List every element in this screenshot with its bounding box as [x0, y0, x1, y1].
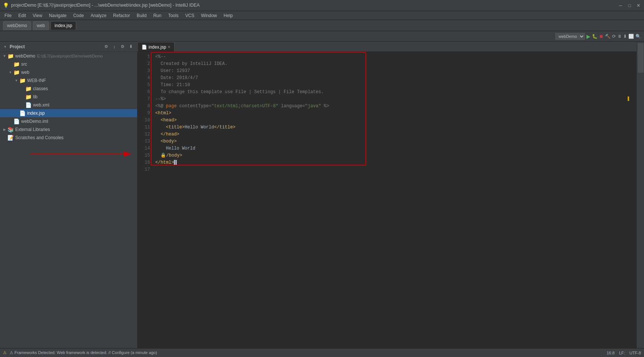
code-line-5: Time: 21:10 [152, 82, 637, 89]
tree-item-scratches[interactable]: 📝 Scratches and Consoles [0, 134, 137, 142]
status-bar: ⚠ ⚠ Frameworks Detected: Web framework i… [0, 348, 644, 357]
tree-item-external-libs[interactable]: ▶ 📚 External Libraries [0, 125, 137, 134]
lib-icon-external: 📚 [7, 127, 14, 132]
code-line-8: <%@ page contentType="text/html;charset=… [152, 103, 637, 110]
tree-label-webxml: web.xml [33, 102, 49, 108]
run-button[interactable]: ▶ [586, 33, 591, 39]
run-toolbar: webDemo ▶ 🐛 ⏹ 🔨 ⟳ ⏸ ⬇ ⬜ 🔍 [0, 31, 644, 42]
line-numbers: 1 2 3 4 5 6 7 8 9 10 11 12 13 14 15 16 1… [137, 52, 152, 348]
folder-icon-lib: 📁 [25, 94, 32, 100]
encoding: UTF-8 [630, 351, 641, 355]
tree-item-webdemoiml[interactable]: 📄 webDemo.iml [0, 117, 137, 125]
menu-item-edit[interactable]: Edit [15, 12, 29, 19]
pause-button[interactable]: ⏸ [617, 34, 622, 39]
editor-area: 📄 index.jsp ✕ 1 2 3 4 5 6 7 8 9 10 [137, 42, 637, 348]
code-line-2: Created by IntelliJ IDEA. [152, 60, 637, 68]
menu-item-help[interactable]: Help [221, 12, 236, 19]
debug-button[interactable]: 🐛 [592, 34, 598, 39]
code-line-17 [152, 166, 637, 173]
editor-tabs: 📄 index.jsp ✕ [137, 42, 637, 52]
nav-tab-index-jsp[interactable]: index.jsp [51, 21, 76, 30]
tab-close-indexjsp[interactable]: ✕ [167, 45, 170, 49]
code-line-6: To change this template use File | Setti… [152, 89, 637, 96]
menu-item-navigate[interactable]: Navigate [46, 12, 69, 19]
file-icon-webdemoiml: 📄 [13, 118, 20, 124]
search-header-icon[interactable]: 🔍 [635, 34, 641, 39]
code-line-14: Hello World [152, 145, 637, 152]
expand-arrow-webxml [20, 103, 25, 107]
tab-icon-indexjsp: 📄 [142, 45, 147, 50]
maximize-button[interactable]: □ [627, 3, 632, 8]
code-editor[interactable]: 1 2 3 4 5 6 7 8 9 10 11 12 13 14 15 16 1… [137, 52, 637, 348]
menu-bar: FileEditViewNavigateCodeAnalyzeRefactorB… [0, 11, 644, 20]
tree-label-web: web [21, 70, 29, 75]
sync-icon[interactable]: ⚙ [103, 43, 110, 50]
status-bar-right: 16:8 LF: UTF-8 [607, 351, 641, 355]
tree-item-classes[interactable]: 📁 classes [0, 85, 137, 93]
minimize-button[interactable]: ─ [618, 3, 623, 8]
collapse-icon[interactable]: ⬇ [127, 43, 134, 50]
expand-arrow-webdemo: ▼ [2, 54, 7, 58]
expand-arrow-external: ▶ [2, 128, 7, 131]
title-bar-left: 💡 projectDemo [E:\练习\java\projectDemo] -… [3, 2, 200, 9]
menu-item-code[interactable]: Code [70, 12, 87, 19]
sidebar: ▼ Project ⚙ ↕ ⚙ ⬇ ▼ 📁 webDemo E:\练习\java… [0, 42, 137, 348]
menu-item-refactor[interactable]: Refactor [110, 12, 133, 19]
tree-item-indexjsp[interactable]: 📄 index.jsp [0, 109, 137, 117]
deploy-button[interactable]: ⬇ [623, 34, 627, 39]
tree-item-webxml[interactable]: 📄 web.xml [0, 101, 137, 109]
nav-bar: webDemowebindex.jsp [0, 20, 644, 31]
warning-icon: ⚠ [3, 350, 7, 355]
tree-item-web[interactable]: ▼ 📁 web [0, 68, 137, 76]
menu-item-window[interactable]: Window [198, 12, 220, 19]
menu-item-file[interactable]: File [1, 12, 14, 19]
tree-item-webinf[interactable]: ▼ 📁 WEB-INF [0, 76, 137, 85]
refresh-button[interactable]: ⟳ [612, 34, 616, 39]
tree-label-scratches: Scratches and Consoles [15, 135, 64, 140]
folder-icon-classes: 📁 [25, 86, 32, 92]
code-line-7: --%> [152, 96, 637, 103]
tree-label-src: src [21, 62, 27, 67]
expand-arrow-lib [20, 95, 25, 99]
expand-arrow-scratches [2, 136, 7, 140]
tree-item-src[interactable]: 📁 src [0, 60, 137, 68]
menu-item-build[interactable]: Build [134, 12, 150, 19]
expand-arrow-web: ▼ [8, 71, 13, 74]
tree-label-external: External Libraries [15, 127, 50, 132]
scratches-icon: 📝 [7, 135, 14, 141]
nav-tab-web[interactable]: web [33, 21, 49, 30]
scrollbar-thumb[interactable] [638, 43, 644, 73]
sidebar-header: ▼ Project ⚙ ↕ ⚙ ⬇ [0, 42, 137, 52]
settings-icon[interactable]: ⚙ [119, 43, 126, 50]
tree-label-webdemoiml: webDemo.iml [21, 119, 48, 124]
main-layout: ▼ Project ⚙ ↕ ⚙ ⬇ ▼ 📁 webDemo E:\练习\java… [0, 42, 644, 348]
cursor-position: 16:8 [607, 351, 615, 355]
menu-item-analyze[interactable]: Analyze [88, 12, 110, 19]
code-line-10: <head> [152, 117, 637, 124]
title-bar-title: projectDemo [E:\练习\java\projectDemo] - .… [11, 2, 200, 9]
tree-item-lib[interactable]: 📁 lib [0, 93, 137, 101]
project-dropdown-icon: ▼ [3, 45, 7, 49]
menu-item-view[interactable]: View [30, 12, 45, 19]
tree-path-webdemo: E:\练习\java\projectDemo\webDemo [36, 53, 103, 59]
sidebar-icons: ⚙ ↕ ⚙ ⬇ [103, 43, 134, 50]
build-button[interactable]: 🔨 [605, 34, 611, 39]
stop-button[interactable]: ⏹ [599, 34, 604, 39]
editor-tab-indexjsp[interactable]: 📄 index.jsp ✕ [137, 42, 175, 52]
tree-item-webdemo-root[interactable]: ▼ 📁 webDemo E:\练习\java\projectDemo\webDe… [0, 52, 137, 60]
sort-icon[interactable]: ↕ [111, 43, 118, 50]
menu-item-tools[interactable]: Tools [165, 12, 182, 19]
layout-button[interactable]: ⬜ [628, 34, 634, 39]
tab-label-indexjsp: index.jsp [149, 45, 166, 50]
code-line-15: 🔒/body> [152, 152, 637, 159]
folder-icon-src: 📁 [13, 61, 20, 67]
close-button[interactable]: ✕ [636, 3, 641, 8]
expand-arrow-webinf: ▼ [14, 79, 19, 82]
menu-item-run[interactable]: Run [150, 12, 165, 19]
file-icon-indexjsp: 📄 [19, 110, 26, 116]
nav-tab-webdemo[interactable]: webDemo [3, 21, 31, 30]
code-line-12: </head> [152, 131, 637, 138]
run-config-dropdown[interactable]: webDemo [555, 33, 585, 40]
folder-icon-webdemo: 📁 [7, 53, 14, 59]
menu-item-vcs[interactable]: VCS [182, 12, 198, 19]
